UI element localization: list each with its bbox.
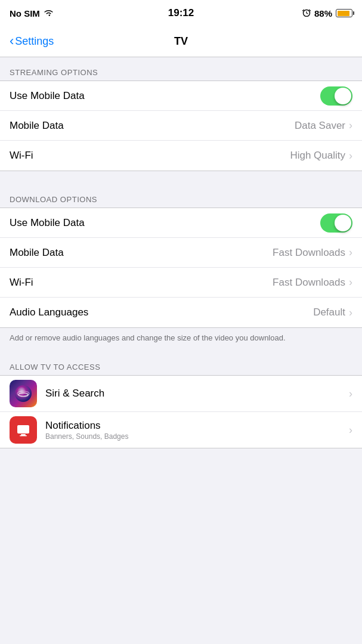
access-rows: Siri & Search › Notifications Banners, S… [0,375,362,448]
streaming-mobile-data-nav-right: Data Saver › [295,119,352,132]
streaming-mobile-data-chevron-icon: › [349,119,352,132]
download-audio-languages-row[interactable]: Audio Languages Default › [0,298,362,327]
streaming-mobile-data-toggle[interactable] [320,86,352,106]
notifications-row[interactable]: Notifications Banners, Sounds, Badges › [0,412,362,448]
download-mobile-data-nav-label: Mobile Data [10,247,64,259]
streaming-wifi-label: Wi-Fi [10,150,33,162]
streaming-wifi-right: High Quality › [290,150,352,162]
download-mobile-data-value: Fast Downloads [273,247,345,259]
siri-search-chevron-icon: › [349,388,352,400]
svg-rect-4 [17,425,29,434]
streaming-rows: Use Mobile Data Mobile Data Data Saver ›… [0,80,362,171]
download-audio-languages-chevron-icon: › [349,306,352,319]
navigation-bar: ‹ Settings TV [0,26,362,57]
streaming-wifi-chevron-icon: › [349,150,352,162]
status-right: 88% [302,8,352,18]
status-time: 19:12 [168,7,194,19]
wifi-icon [44,8,54,18]
back-chevron-icon: ‹ [10,35,14,48]
notifications-chevron-icon: › [349,424,352,436]
streaming-mobile-data-toggle-row: Use Mobile Data [0,81,362,111]
download-wifi-right: Fast Downloads › [273,276,352,289]
streaming-mobile-data-value: Data Saver [295,120,345,132]
alarm-icon [302,8,311,18]
download-wifi-value: Fast Downloads [273,277,345,289]
download-mobile-data-toggle[interactable] [320,213,352,233]
status-left: No SIM [10,8,54,18]
notifications-title: Notifications [45,420,344,432]
siri-search-row[interactable]: Siri & Search › [0,376,362,412]
toggle-knob [335,88,351,104]
battery-percent: 88% [314,8,332,18]
back-button[interactable]: ‹ Settings [10,35,54,48]
streaming-wifi-value: High Quality [290,150,345,162]
download-mobile-data-nav-row[interactable]: Mobile Data Fast Downloads › [0,238,362,268]
download-wifi-chevron-icon: › [349,276,352,289]
spacer-1 [0,171,362,184]
download-footer: Add or remove audio languages and change… [0,328,362,352]
download-options-section: DOWNLOAD OPTIONS Use Mobile Data Mobile … [0,184,362,352]
back-label: Settings [15,35,54,48]
download-header: DOWNLOAD OPTIONS [0,184,362,208]
download-audio-languages-value: Default [313,306,345,318]
siri-search-text: Siri & Search [45,388,344,400]
svg-rect-6 [20,435,27,436]
carrier-label: No SIM [10,8,40,18]
streaming-mobile-data-nav-row[interactable]: Mobile Data Data Saver › [0,111,362,141]
access-header: ALLOW TV TO ACCESS [0,352,362,375]
notifications-text: Notifications Banners, Sounds, Badges [45,420,344,441]
status-bar: No SIM 19:12 88% [0,0,362,26]
streaming-wifi-row[interactable]: Wi-Fi High Quality › [0,141,362,171]
siri-icon [10,380,37,407]
notifications-subtitle: Banners, Sounds, Badges [45,432,344,441]
download-wifi-label: Wi-Fi [10,277,33,289]
siri-search-title: Siri & Search [45,388,344,400]
streaming-mobile-data-label: Use Mobile Data [10,90,85,102]
download-mobile-data-label: Use Mobile Data [10,217,85,229]
streaming-mobile-data-nav-label: Mobile Data [10,120,64,132]
download-audio-languages-right: Default › [313,306,352,319]
streaming-header: STREAMING OPTIONS [0,57,362,80]
download-mobile-data-nav-right: Fast Downloads › [273,246,352,259]
download-audio-languages-label: Audio Languages [10,306,88,318]
download-rows: Use Mobile Data Mobile Data Fast Downloa… [0,208,362,328]
toggle-knob-2 [335,215,351,231]
download-wifi-row[interactable]: Wi-Fi Fast Downloads › [0,268,362,298]
notifications-icon [10,416,37,444]
download-mobile-data-chevron-icon: › [349,246,352,259]
battery-icon [336,9,352,17]
access-section: ALLOW TV TO ACCESS [0,352,362,448]
svg-rect-5 [21,434,26,435]
page-title: TV [174,35,188,48]
download-mobile-data-toggle-row: Use Mobile Data [0,208,362,238]
streaming-options-section: STREAMING OPTIONS Use Mobile Data Mobile… [0,57,362,171]
